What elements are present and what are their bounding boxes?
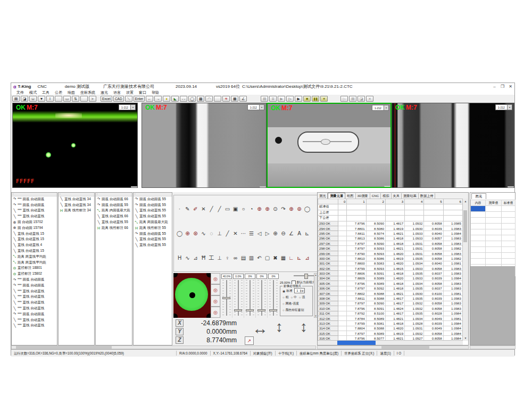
list-item[interactable]: Η距离 线性标注 55 xyxy=(134,225,172,231)
grid-value-cell[interactable]: 0.8028 xyxy=(424,311,443,316)
grid-value-cell[interactable]: 1.0934 xyxy=(405,261,424,266)
grid-row-label[interactable]: 310 OK xyxy=(318,306,338,311)
grid-cell[interactable] xyxy=(338,221,347,226)
run-save-button[interactable]: ▤ xyxy=(261,96,268,102)
grid-value-cell[interactable]: 0.8058 xyxy=(424,221,443,226)
ring-light-center[interactable] xyxy=(189,292,195,298)
list-item[interactable]: ╲直线 自动直线 15 xyxy=(12,231,57,237)
list-item[interactable]: ╲直线 自动直线 34 xyxy=(59,202,94,208)
grid-value-cell[interactable]: 1.4818 xyxy=(385,271,404,276)
tool-icon[interactable]: ⊥ xyxy=(215,229,223,237)
grid-value-cell[interactable]: 1.0983 xyxy=(443,241,462,246)
grid-value-cell[interactable]: 1.0935 xyxy=(405,286,424,291)
grid-value-cell[interactable]: 7.8797 xyxy=(347,331,366,336)
grid-cell[interactable] xyxy=(405,204,424,210)
grid-value-cell[interactable]: 1.0983 xyxy=(443,286,462,291)
tool-icon[interactable]: ✕ xyxy=(200,205,207,212)
grid-cell[interactable] xyxy=(366,204,385,210)
menu-item[interactable]: 公差 xyxy=(55,90,62,95)
grid-value-cell[interactable]: 1.4820 xyxy=(385,251,404,256)
blank-button-3[interactable] xyxy=(214,96,221,102)
edge-tool-button[interactable]: I xyxy=(46,96,54,102)
element-cell[interactable] xyxy=(502,224,516,229)
grid-cell[interactable] xyxy=(338,256,347,261)
tool-icon[interactable]: ♀ xyxy=(223,254,231,262)
light-joystick[interactable] xyxy=(173,273,211,318)
grid-value-cell[interactable]: 1.4819 xyxy=(385,331,404,336)
tool-icon[interactable]: ⊕ xyxy=(271,229,279,237)
element-col-header[interactable]: 标准值 xyxy=(502,200,516,206)
list-item[interactable]: ↷圆弧 自动圆弧 66 xyxy=(96,196,132,202)
ring-light-button-4[interactable]: ◎ xyxy=(211,307,220,318)
grid-value-cell[interactable]: 7.8800 xyxy=(347,261,366,266)
grid-special-label[interactable]: 标准值 xyxy=(318,204,338,210)
tab-5[interactable]: CNC xyxy=(370,193,381,199)
play-button[interactable]: ▷ xyxy=(286,96,294,102)
grid-value-cell[interactable]: 8.5093 xyxy=(366,266,385,271)
element-cell[interactable] xyxy=(486,235,502,241)
grid-value-cell[interactable]: 1.4820 xyxy=(385,326,404,331)
grid-value-cell[interactable]: 7.8796 xyxy=(347,306,366,311)
grid-value-cell[interactable]: 1.0983 xyxy=(443,301,462,306)
right-hscrollbar[interactable] xyxy=(470,345,516,349)
grid-value-cell[interactable]: 1.0985 xyxy=(443,221,462,226)
grid-value-cell[interactable]: 7.8806 xyxy=(347,271,366,276)
grid-cell[interactable] xyxy=(405,216,424,221)
tool-icon[interactable]: ↷ xyxy=(279,205,287,212)
camera3-zoom-dropdown[interactable]: 1-212▾ xyxy=(372,105,389,111)
grid-value-cell[interactable]: 0.8058 xyxy=(424,281,443,286)
slider-handle[interactable] xyxy=(234,309,242,311)
level-radio[interactable]: ○ xyxy=(299,296,301,299)
grid-value-cell[interactable]: 1.0981 xyxy=(443,261,462,266)
grid-cell[interactable] xyxy=(338,231,347,236)
tool-icon[interactable]: ▣ xyxy=(231,205,239,212)
grid-cell[interactable] xyxy=(338,316,347,320)
slider-handle[interactable] xyxy=(246,309,254,311)
tool-icon[interactable]: ▭ xyxy=(223,205,231,212)
grid-cell[interactable] xyxy=(338,281,347,286)
grid-value-cell[interactable]: 7.8811 xyxy=(347,296,366,301)
grid-value-cell[interactable]: 8.5091 xyxy=(366,306,385,311)
camera2-zoom-dropdown[interactable]: 1-212▾ xyxy=(247,104,264,110)
run-open-button[interactable]: ▶ xyxy=(278,96,285,102)
tool-icon[interactable]: ◁ xyxy=(255,229,263,237)
menu-item[interactable]: 坐标系统 xyxy=(80,90,95,95)
element-cell[interactable] xyxy=(471,229,486,235)
grid-value-cell[interactable]: 8.5091 xyxy=(366,271,385,276)
list-item[interactable]: ↷*** 圆弧 自动圆弧 xyxy=(12,277,57,283)
list-item[interactable]: ╲直线 自动直线 55 xyxy=(134,208,172,214)
list-item[interactable]: Η距离 线性标注 66 xyxy=(96,225,132,231)
tool-icon[interactable]: ↶ xyxy=(255,254,263,262)
list-item[interactable]: ╲*** 直线 自动直线 xyxy=(12,317,57,323)
list-item[interactable]: ↷*** 圆弧 自动圆弧 xyxy=(12,283,57,289)
grid-cell[interactable] xyxy=(405,210,424,216)
list-item[interactable]: ⤡距离 两直线平均距 xyxy=(12,260,57,266)
camera1-resize-grip-icon[interactable]: ⤢ xyxy=(131,186,137,188)
grid-col-header[interactable]: 4 xyxy=(405,199,424,204)
grid-value-cell[interactable]: 0.8049 xyxy=(424,326,443,331)
tool-icon[interactable]: ∠ xyxy=(287,229,295,237)
grid-value-cell[interactable]: 8.5089 xyxy=(366,281,385,286)
level-combobox[interactable]: 1▾ xyxy=(294,288,305,293)
grid-value-cell[interactable]: 8.5093 xyxy=(366,251,385,256)
grid-value-cell[interactable]: 1.4818 xyxy=(385,286,404,291)
results-hscrollbar[interactable] xyxy=(318,340,463,345)
tool-icon[interactable]: ⊕ xyxy=(263,205,271,212)
list-item[interactable]: ╲直线 自动直线 15 xyxy=(12,237,57,243)
grid-cell[interactable] xyxy=(338,306,347,311)
element-cell[interactable] xyxy=(502,259,516,265)
grid-value-cell[interactable]: 0.8058 xyxy=(424,331,443,336)
grid-value-cell[interactable]: 7.8796 xyxy=(347,281,366,286)
save2-button[interactable]: ▤ xyxy=(349,96,356,102)
menu-item[interactable]: 语言 xyxy=(113,90,121,95)
grid-value-cell[interactable]: 1.4817 xyxy=(385,221,404,226)
light-slider-1[interactable]: 40.0% xyxy=(220,273,232,318)
grid-special-label[interactable]: 下公差 xyxy=(318,216,338,221)
tool-icon[interactable]: ⊥ xyxy=(215,254,223,262)
tool-icon[interactable]: ╱ xyxy=(215,205,223,212)
selection-highlight[interactable] xyxy=(337,341,376,345)
element-cell[interactable] xyxy=(471,206,486,212)
grid-value-cell[interactable]: 0.8049 xyxy=(424,316,443,320)
tool-icon[interactable]: ◌ xyxy=(207,229,215,237)
grid-value-cell[interactable]: 1.0932 xyxy=(405,221,424,226)
